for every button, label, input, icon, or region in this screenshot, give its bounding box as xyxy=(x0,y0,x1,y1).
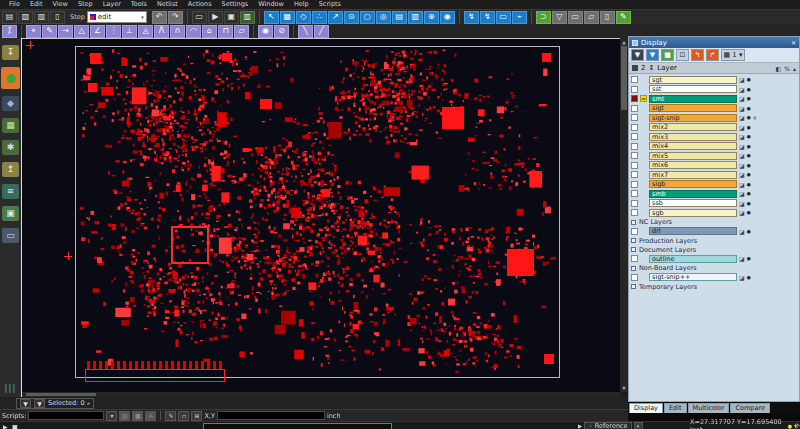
erase-icon[interactable]: ◉ xyxy=(258,25,273,38)
fabrication-icon[interactable]: ◆ xyxy=(2,96,19,111)
menu-help[interactable]: Help xyxy=(289,1,314,8)
tile-view-icon[interactable]: ▥ xyxy=(408,11,423,24)
screen-icon[interactable]: ▭ xyxy=(192,11,207,24)
layer-checkbox[interactable] xyxy=(631,209,638,216)
grid-tool-icon[interactable]: ▦ xyxy=(2,118,19,133)
selection-filter-icon[interactable]: ▼ xyxy=(20,399,31,408)
menu-tools[interactable]: Tools xyxy=(126,1,152,8)
select-all-icon[interactable] xyxy=(632,65,638,71)
color-swatch-icon[interactable]: ◪ xyxy=(739,181,745,188)
move-layer-up-icon[interactable]: ↰ xyxy=(691,49,704,61)
collapse-icon[interactable] xyxy=(631,284,636,289)
zoom-icon[interactable]: ⊙ xyxy=(344,11,359,24)
layer-checkbox[interactable] xyxy=(631,255,638,262)
zoom-out-icon[interactable]: ○ xyxy=(360,11,375,24)
visibility-dot-icon[interactable]: ● xyxy=(747,163,751,168)
selection-filter-clear-icon[interactable]: ▼✕ xyxy=(34,399,45,408)
pcb-canvas[interactable] xyxy=(22,39,620,393)
layer-name[interactable]: mix7 xyxy=(649,171,737,179)
zoom-in-icon[interactable]: ⊕ xyxy=(424,11,439,24)
layer-row-mix4[interactable]: mix4◪● xyxy=(629,142,799,152)
new-file-icon[interactable]: ▤ xyxy=(2,11,17,24)
slash-right-icon[interactable]: ╱ xyxy=(314,25,329,38)
layer-name[interactable]: ssb xyxy=(649,199,737,207)
show-all-layers-icon[interactable]: ■ xyxy=(661,49,674,61)
align-tool-icon[interactable]: ⋮ xyxy=(106,25,121,38)
filter-active-icon[interactable]: ▼ xyxy=(646,49,659,61)
collapse-icon[interactable] xyxy=(631,238,636,243)
layer-row-sigb[interactable]: sigb◪● xyxy=(629,180,799,190)
scroll-down-icon[interactable]: ▼ xyxy=(620,384,628,392)
visibility-dot-icon[interactable]: ● xyxy=(747,229,751,234)
run-step-icon[interactable]: ▶ xyxy=(208,11,223,24)
menu-actions[interactable]: Actions xyxy=(183,1,217,8)
pcb-workspace[interactable] xyxy=(22,38,620,392)
layer-checkbox[interactable] xyxy=(631,114,638,121)
skew-icon[interactable]: ▱ xyxy=(234,25,249,38)
header-icon-2[interactable]: ▴ xyxy=(793,65,796,72)
color-swatch-icon[interactable]: ◪ xyxy=(739,209,745,216)
layer-row-ssb[interactable]: ssb◪● xyxy=(629,199,799,209)
menu-settings[interactable]: Settings xyxy=(217,1,254,8)
angle-tool-icon[interactable]: ∠ xyxy=(90,25,105,38)
layer-row-drl[interactable]: drl◪● xyxy=(629,227,799,237)
color-swatch-icon[interactable]: ◪ xyxy=(739,190,745,197)
snap-corner-icon[interactable]: ▽ xyxy=(552,11,567,24)
layer-checkbox[interactable] xyxy=(631,171,638,178)
layer-row-mix2[interactable]: mix2◪● xyxy=(629,123,799,133)
color-swatch-icon[interactable]: ◪ xyxy=(739,124,745,131)
lambda-route-icon[interactable]: Λ xyxy=(154,25,169,38)
visibility-dot-icon[interactable]: ● xyxy=(747,106,751,111)
color-swatch-icon[interactable]: ◪ xyxy=(739,86,745,93)
layer-row-smb[interactable]: smb◪● xyxy=(629,189,799,199)
null-icon[interactable]: ⊘ xyxy=(274,25,289,38)
layer-checkbox[interactable] xyxy=(631,124,638,131)
section-temporary-layers[interactable]: Temporary Layers xyxy=(629,282,799,291)
color-swatch-icon[interactable]: ◪ xyxy=(739,200,745,207)
visibility-dot-icon[interactable]: ● xyxy=(747,77,751,82)
close-icon[interactable]: ✕ xyxy=(791,39,796,46)
record-icon[interactable]: ▨ xyxy=(119,411,130,421)
ruler-dropdown-icon[interactable]: ⌁ xyxy=(512,11,527,24)
visibility-dot-icon[interactable]: ● xyxy=(747,125,751,130)
layer-row-sgt[interactable]: sgt◪● xyxy=(629,75,799,85)
color-swatch-icon[interactable]: ◪ xyxy=(739,143,745,150)
layer-checkbox[interactable] xyxy=(631,105,638,112)
reference-dropdown-icon[interactable]: ▾ xyxy=(634,422,643,429)
home-plate-icon[interactable]: ⌂ xyxy=(202,25,217,38)
layer-name[interactable]: mix4 xyxy=(649,142,737,150)
apex-icon[interactable]: ◬ xyxy=(138,25,153,38)
color-swatch-icon[interactable]: ◪ xyxy=(739,162,745,169)
layer-name[interactable]: sst xyxy=(649,85,737,93)
menu-netlist[interactable]: Netlist xyxy=(152,1,183,8)
layer-name[interactable]: sigt-snip xyxy=(649,114,737,122)
command-input[interactable] xyxy=(203,423,392,429)
snap-edge-icon[interactable]: ▭ xyxy=(568,11,583,24)
header-icon-1[interactable]: % xyxy=(784,65,790,72)
layer-name[interactable]: drl xyxy=(649,227,737,235)
layer-toggle-icon[interactable]: ⁒ xyxy=(2,25,17,38)
color-swatch-icon[interactable]: ◪ xyxy=(739,255,745,262)
visibility-dot-icon[interactable]: ● xyxy=(747,210,751,215)
stop-script-icon[interactable]: ■ xyxy=(132,411,143,421)
filter-icon[interactable]: ▼ xyxy=(631,49,644,61)
tab-edit[interactable]: Edit xyxy=(664,403,687,413)
display-panel-titlebar[interactable]: Display ✕ xyxy=(629,37,799,48)
point-select-icon[interactable]: ∴ xyxy=(312,11,327,24)
color-swatch-icon[interactable]: ◪ xyxy=(739,171,745,178)
sort-icon[interactable]: ↕ xyxy=(648,64,654,72)
visibility-dot-icon[interactable]: ● xyxy=(747,275,751,280)
grid-count-icon[interactable]: ▦ 1 ▾ xyxy=(721,49,745,61)
color-swatch-icon[interactable]: ◪ xyxy=(739,114,745,121)
layer-row-smt[interactable]: =smt◪● xyxy=(629,94,799,104)
import-job-icon[interactable]: ↧ xyxy=(2,45,19,60)
tab-multicolor[interactable]: Multicolor xyxy=(688,403,730,413)
color-swatch-icon[interactable]: ◪ xyxy=(739,274,745,281)
visibility-dot-icon[interactable]: ● xyxy=(747,115,751,120)
color-swatch-icon[interactable]: ◪ xyxy=(739,133,745,140)
layer-checkbox[interactable] xyxy=(631,86,638,93)
grid-snap-icon[interactable]: ⊞ xyxy=(191,411,202,421)
reference-select-icon[interactable]: ◇ xyxy=(296,11,311,24)
layer-row-mix6[interactable]: mix6◪● xyxy=(629,161,799,171)
layer-row-mix3[interactable]: mix3◪● xyxy=(629,132,799,142)
